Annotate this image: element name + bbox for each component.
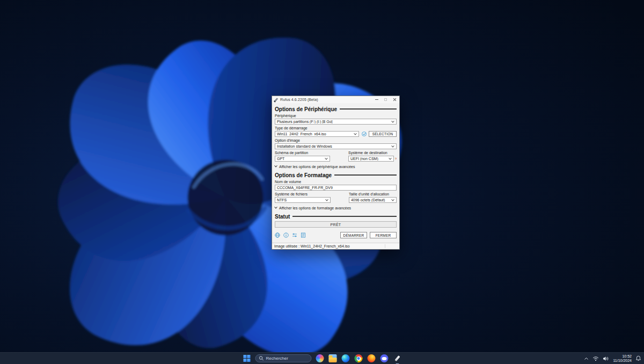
filesystem-dropdown[interactable]: NTFS [275, 197, 331, 203]
device-label: Périphérique [275, 114, 397, 118]
boot-selection-dropdown[interactable]: Win11_24H2_French_x64.iso [275, 131, 359, 137]
taskbar-app-file-explorer[interactable] [328, 354, 338, 363]
taskbar-app-chrome[interactable] [354, 354, 363, 363]
status-header: Statut [275, 213, 397, 220]
chevron-down-icon [391, 119, 394, 122]
status-bar-text: Image utilisée : Win11_24H2_French_x64.i… [274, 244, 350, 248]
taskbar-app-copilot[interactable] [316, 354, 325, 363]
select-iso-button[interactable]: SÉLECTION [369, 131, 397, 137]
rufus-app-icon [274, 98, 279, 102]
cluster-size-label: Taille d'unité d'allocation [349, 192, 397, 196]
language-globe-icon[interactable] [275, 232, 280, 238]
search-input[interactable]: Rechercher [255, 354, 312, 362]
volume-name-input[interactable]: CCCOMA_X64FRE_FR-FR_DV9 [275, 185, 397, 191]
header-rule [292, 216, 397, 217]
close-app-button[interactable]: FERMER [370, 232, 397, 238]
chevron-down-icon [274, 206, 277, 209]
device-dropdown[interactable]: Plusieurs partitions (F:) (I:) [8 Go] [275, 119, 397, 125]
chevron-down-icon [391, 144, 394, 147]
start-button[interactable]: DÉMARRER [340, 232, 367, 238]
chevron-down-icon [325, 198, 328, 201]
status-bar: Image utilisée : Win11_24H2_French_x64.i… [272, 243, 399, 249]
partition-scheme-dropdown[interactable]: GPT [275, 156, 330, 162]
clock-time: 10:52 [613, 354, 632, 359]
about-info-icon[interactable] [283, 232, 289, 238]
search-icon [259, 356, 264, 361]
titlebar[interactable]: Rufus 4.6.2205 (Beta) [272, 96, 399, 103]
chevron-down-icon [391, 198, 394, 201]
windows-logo-icon [244, 355, 251, 362]
chevron-down-icon [325, 156, 328, 159]
help-icon: ? [395, 157, 397, 161]
filesystem-label: Système de fichiers [275, 192, 331, 196]
window-title: Rufus 4.6.2205 (Beta) [280, 98, 318, 101]
copilot-icon [316, 354, 324, 362]
cluster-size-dropdown[interactable]: 4096 octets (Défaut) [349, 197, 397, 203]
clock-date: 11/10/2024 [613, 359, 632, 363]
progress-bar: PRÊT [275, 221, 397, 228]
tray-chevron-up-icon[interactable] [584, 356, 589, 361]
format-advanced-toggle[interactable]: Afficher les options de formatage avancé… [275, 205, 397, 210]
discord-icon [380, 354, 389, 362]
volume-name-label: Nom de volume [275, 180, 397, 184]
chevron-down-icon [274, 164, 277, 168]
statusbar-divider [385, 244, 385, 248]
chrome-icon [355, 354, 363, 362]
notifications-bell-icon[interactable] [635, 355, 641, 361]
settings-sliders-icon[interactable] [292, 232, 297, 238]
search-placeholder: Rechercher [266, 356, 288, 361]
taskbar-app-edge[interactable] [341, 354, 350, 363]
rufus-taskbar-icon [393, 354, 401, 362]
device-options-header: Options de Périphérique [275, 106, 397, 112]
taskbar-app-rufus[interactable] [393, 354, 402, 363]
image-option-label: Option d'image [275, 139, 397, 143]
taskbar-app-discord[interactable] [380, 354, 389, 363]
wifi-icon[interactable] [592, 356, 599, 361]
chevron-down-icon [354, 132, 357, 135]
file-explorer-icon [329, 354, 337, 362]
taskbar: Rechercher [0, 352, 644, 364]
firefox-icon [368, 354, 376, 362]
image-option-dropdown[interactable]: Installation standard de Windows [275, 143, 397, 149]
target-system-label: Système de destination [348, 151, 397, 155]
taskbar-clock[interactable]: 10:52 11/10/2024 [613, 354, 632, 363]
boot-type-label: Type de démarrage [275, 126, 397, 130]
taskbar-app-firefox[interactable] [367, 354, 376, 363]
maximize-icon [384, 98, 387, 101]
partition-scheme-label: Schéma de partition [275, 151, 330, 155]
chevron-down-icon [389, 156, 392, 159]
log-icon[interactable] [301, 232, 306, 238]
edge-icon [342, 354, 350, 362]
header-rule [340, 108, 397, 110]
volume-icon[interactable] [603, 356, 609, 361]
start-button-taskbar[interactable] [243, 354, 252, 363]
maximize-button [381, 96, 390, 103]
header-rule [334, 174, 397, 176]
device-advanced-toggle[interactable]: Afficher les options de périphérique ava… [275, 164, 397, 169]
target-system-dropdown[interactable]: UEFI (non CSM) [348, 156, 394, 162]
close-button[interactable] [390, 96, 399, 103]
rufus-window: Rufus 4.6.2205 (Beta) Options de Périphé… [272, 96, 400, 250]
minimize-icon [375, 99, 378, 100]
minimize-button[interactable] [372, 96, 381, 103]
checksum-status-icon[interactable] [362, 132, 367, 136]
format-options-header: Options de Formatage [275, 172, 397, 178]
close-icon [393, 98, 397, 101]
